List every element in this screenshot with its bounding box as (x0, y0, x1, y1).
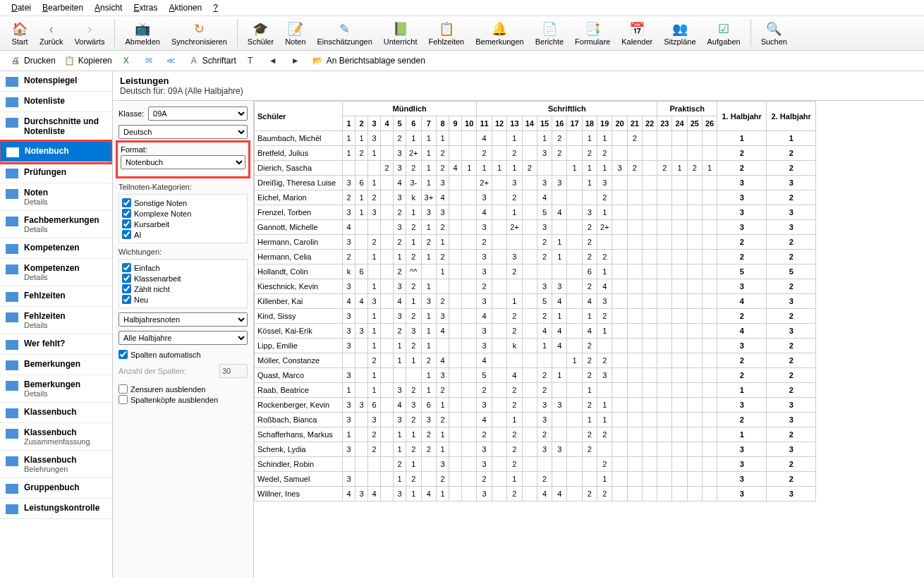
col-6: 6 (406, 116, 422, 131)
sidebar-item-klassenbuch[interactable]: Klassenbuch (0, 403, 112, 423)
klasse-select[interactable]: 09A (148, 107, 248, 121)
wichtungen-chk-einfach[interactable] (122, 263, 131, 272)
sidebar-item-kompetenzen[interactable]: Kompetenzen (0, 238, 112, 259)
sidebar-item-gruppenbuch[interactable]: Gruppenbuch (0, 478, 112, 499)
toolbar-suchen[interactable]: 🔍Suchen (755, 19, 793, 47)
toolbar-noten[interactable]: 📝Noten (279, 19, 311, 47)
sidebar-item-bemerkungen[interactable]: Bemerkungen (0, 355, 112, 375)
table-row[interactable]: Gannott, Michelle4321232+322+33 (255, 220, 816, 235)
sec-an-berichtsablage-senden[interactable]: 📂An Berichtsablage senden (308, 54, 430, 68)
sidebar-item-notenliste[interactable]: Notenliste (0, 92, 112, 112)
hj-header: 1. Halbjahr (717, 102, 767, 131)
alle-halbjahre-select[interactable]: Alle Halbjahre (118, 331, 248, 345)
table-row[interactable]: Killenber, Kai443413231544343 (255, 294, 816, 309)
sec-kopieren[interactable]: 📋Kopieren (60, 54, 116, 68)
toolbar-einschätzungen[interactable]: ✎Einschätzungen (312, 19, 378, 47)
toolbar-formulare[interactable]: 📑Formulare (569, 19, 616, 47)
table-row[interactable]: Schindler, Robin21332232 (255, 457, 816, 472)
table-row[interactable]: Schafferhans, Markus1211212222212 (255, 427, 816, 442)
toolbar-vorwärts[interactable]: ›Vorwärts (69, 19, 111, 47)
table-row[interactable]: Dreißig, Theresa Luise36143-132+3331333 (255, 176, 816, 190)
table-row[interactable]: Frenzel, Torben313213341543133 (255, 205, 816, 220)
menu-?[interactable]: ? (207, 1, 224, 14)
table-row[interactable]: Wedel, Samuel3122212132 (255, 472, 816, 487)
col-14: 14 (522, 116, 537, 131)
sidebar-item-prüfungen[interactable]: Prüfungen (0, 163, 112, 183)
table-row[interactable]: Willner, Ines434314132442233 (255, 487, 816, 501)
menu-ansicht[interactable]: Ansicht (89, 1, 128, 14)
zensuren-checkbox[interactable] (118, 384, 128, 394)
wichtungen-chk-zählt-nicht[interactable] (122, 284, 131, 293)
wichtungen-chk-neu[interactable] (122, 295, 131, 304)
table-row[interactable]: Dierich, Sascha2321241111211132212122 (255, 161, 816, 176)
sidebar-item-bemerkungen[interactable]: BemerkungenDetails (0, 375, 112, 403)
menu-bearbeiten[interactable]: Bearbeiten (37, 1, 89, 14)
sec-schriftart[interactable]: ASchriftart (184, 54, 241, 68)
sidebar-item-notenspiegel[interactable]: Notenspiegel (0, 71, 112, 92)
format-select[interactable]: Notenbuch (121, 155, 245, 169)
toolbar-fehlzeiten[interactable]: 📋Fehlzeiten (423, 19, 470, 47)
wichtungen-chk-klassenarbeit[interactable] (122, 274, 131, 283)
sidebar-item-leistungskontrolle[interactable]: Leistungskontrolle (0, 499, 112, 519)
table-row[interactable]: Kind, Sissy31321342211222 (255, 309, 816, 324)
sec-≪[interactable]: ≪ (162, 54, 184, 68)
sec-drucken[interactable]: 🖨Drucken (6, 54, 60, 68)
toolbar-synchronisieren[interactable]: ↻Synchronisieren (166, 19, 233, 47)
table-row[interactable]: Hollandt, Colink62^^1326155 (255, 264, 816, 279)
table-row[interactable]: Rockenberger, Kevin336436132332133 (255, 398, 816, 413)
sec-✉[interactable]: ✉ (139, 54, 162, 68)
sec-x[interactable]: X (116, 54, 139, 68)
sidebar-item-klassenbuch[interactable]: KlassenbuchBelehrungen (0, 451, 112, 478)
toolbar-bemerkungen[interactable]: 🔔Bemerkungen (470, 19, 530, 47)
table-row[interactable]: Baumbach, Michél1132111 411211211 (255, 131, 816, 146)
toolbar-schüler[interactable]: 🎓Schüler (242, 19, 279, 47)
sidebar-item-fehlzeiten[interactable]: Fehlzeiten (0, 286, 112, 307)
teilnoten-chk-kursarbeit[interactable] (122, 219, 131, 229)
teilnoten-chk-komplexe-noten[interactable] (122, 209, 131, 218)
table-row[interactable]: Schenk, Lydia3212213233233 (255, 442, 816, 457)
toolbar-berichte[interactable]: 📄Berichte (530, 19, 569, 47)
table-row[interactable]: Kössel, Kai-Erik331231432444143 (255, 324, 816, 339)
menu-aktionen[interactable]: Aktionen (164, 1, 208, 14)
halbjahresnoten-select[interactable]: Halbjahresnoten (118, 312, 248, 327)
table-row[interactable]: Bretfeld, Julius12132+1222322222 (255, 146, 816, 161)
teilnoten-chk-ai[interactable] (122, 230, 131, 239)
sidebar-item-klassenbuch[interactable]: KlassenbuchZusammenfassung (0, 423, 112, 451)
table-row[interactable]: Kieschnick, Kevin313212332432 (255, 279, 816, 294)
grade-table-wrap[interactable]: SchülerMündlichSchriftlichPraktisch1. Ha… (254, 101, 924, 578)
sidebar-item-wer-fehlt?[interactable]: Wer fehlt? (0, 334, 112, 355)
table-row[interactable]: Lipp, Emilie311213k14232 (255, 339, 816, 353)
toolbar-unterricht[interactable]: 📗Unterricht (378, 19, 423, 47)
sec-►[interactable]: ► (286, 54, 308, 68)
toolbar-kalender[interactable]: 📅Kalender (616, 19, 658, 47)
table-row[interactable]: Hermann, Carolin322121221222 (255, 235, 816, 250)
toolbar-zurück[interactable]: ‹Zurück (34, 19, 69, 47)
table-row[interactable]: Quast, Marco311354212322 (255, 368, 816, 383)
sidebar-item-notenbuch[interactable]: Notenbuch (1, 142, 111, 162)
table-row[interactable]: Roßbach, Bianca3332324131123 (255, 413, 816, 427)
fach-select[interactable]: Deutsch (118, 125, 248, 139)
toolbar-start[interactable]: 🏠Start (6, 19, 34, 47)
table-row[interactable]: Raab, Beatrice113212222112 (255, 383, 816, 398)
spaltenkoepfe-checkbox[interactable] (118, 395, 128, 404)
toolbar-aufgaben[interactable]: ☑Aufgaben (702, 19, 746, 47)
toolbar-sitzpläne[interactable]: 👥Sitzpläne (658, 19, 701, 47)
sidebar-item-fachbemerkungen[interactable]: FachbemerkungenDetails (0, 211, 112, 238)
menu-extras[interactable]: Extras (128, 1, 163, 14)
sidebar-item-noten[interactable]: NotenDetails (0, 183, 112, 211)
teilnoten-chk-sonstige-noten[interactable] (122, 198, 131, 207)
menu-datei[interactable]: Datei (6, 1, 37, 14)
toolbar-abmelden[interactable]: 📺Abmelden (119, 19, 166, 47)
sitzpläne-icon: 👥 (671, 20, 688, 37)
sidebar-item-durchschnitte-und-notenliste[interactable]: Durchschnitte und Notenliste (0, 112, 112, 141)
sidebar-item-kompetenzen[interactable]: KompetenzenDetails (0, 259, 112, 286)
sec-◄[interactable]: ◄ (263, 54, 286, 68)
spalten-auto-checkbox[interactable] (118, 350, 128, 359)
sec-t[interactable]: T (241, 54, 263, 68)
sidebar-item-fehlzeiten[interactable]: FehlzeitenDetails (0, 307, 112, 334)
table-row[interactable]: Möller, Constanze21124412222 (255, 353, 816, 368)
table-row[interactable]: Eichel, Marion2123k3+4324232 (255, 190, 816, 205)
sec-icon: 📂 (312, 55, 324, 66)
anzahl-label: Anzahl der Spalten: (118, 367, 219, 375)
table-row[interactable]: Hermann, Celia21121233212222 (255, 250, 816, 264)
